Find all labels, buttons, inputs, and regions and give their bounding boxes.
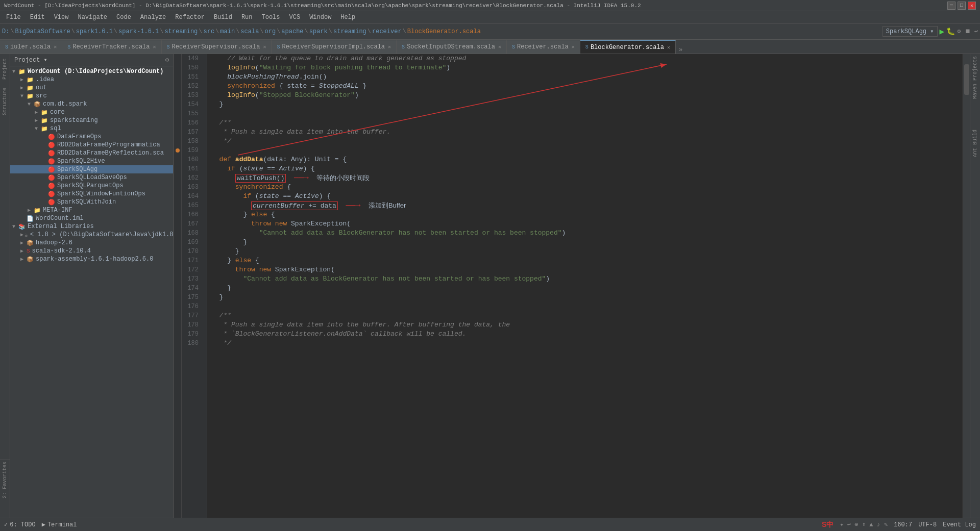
menu-run[interactable]: Run (237, 12, 257, 23)
structure-tool-button[interactable]: Structure (2, 86, 8, 117)
tree-item-sparksteaming[interactable]: ▶ 📁 sparksteaming (10, 116, 173, 124)
menu-code[interactable]: Code (112, 12, 135, 23)
close-tab-iuler[interactable]: ✕ (54, 44, 57, 50)
tree-label-r2r: RDD2DataFrameByReflection.sca (57, 149, 164, 157)
tab-overflow-button[interactable]: » (676, 46, 685, 54)
tree-item-sparksql2hive[interactable]: ▶ 🔴 SparkSQL2Hive (10, 157, 173, 165)
menu-help[interactable]: Help (336, 12, 359, 23)
linenum-180: 180 (182, 339, 203, 348)
maximize-button[interactable]: □ (958, 2, 966, 10)
project-tool-button[interactable]: Project (2, 56, 8, 82)
close-tab-sid[interactable]: ✕ (498, 44, 501, 50)
code-editor[interactable]: 149 150 151 152 153 154 155 156 157 158 … (174, 54, 963, 518)
tab-icon-iuler: S (5, 44, 8, 50)
breadcrumb-receiver[interactable]: receiver (372, 28, 402, 35)
breadcrumb-org[interactable]: org (265, 28, 276, 35)
tree-item-windowfun[interactable]: ▶ 🔴 SparkSQLWindowFuntionOps (10, 190, 173, 198)
sidebar-settings-icon[interactable]: ⚙ (165, 56, 169, 64)
tab-socketinputdstream[interactable]: S SocketInputDStream.scala ✕ (397, 40, 507, 54)
tree-item-withjoin[interactable]: ▶ 🔴 SparkSQLWithJoin (10, 198, 173, 206)
menu-vcs[interactable]: VCS (285, 12, 305, 23)
menu-tools[interactable]: Tools (258, 12, 284, 23)
tree-item-wordcountiml[interactable]: ▶ 📄 WordCount.iml (10, 214, 173, 222)
tab-receiversupervisorimpl[interactable]: S ReceiverSupervisorImpl.scala ✕ (272, 40, 397, 54)
close-tab-rt[interactable]: ✕ (153, 44, 156, 50)
tree-item-parquet[interactable]: ▶ 🔴 SparkSQLParquetOps (10, 182, 173, 190)
tree-item-out[interactable]: ▶ 📁 out (10, 84, 173, 92)
breadcrumb-main[interactable]: main (220, 28, 235, 35)
gutter-179 (174, 330, 181, 339)
todo-button[interactable]: ✓ 6: TODO (4, 521, 36, 528)
tree-item-hadoop[interactable]: ▶ 📦 hadoop-2.6 (10, 239, 173, 247)
tree-item-core[interactable]: ▶ 📁 core (10, 108, 173, 116)
breadcrumb-spark-161[interactable]: spark-1.6.1 (118, 28, 159, 35)
tree-item-rdd2refl[interactable]: ▶ 🔴 RDD2DataFrameByReflection.sca (10, 149, 173, 157)
code-line-161: if (state == Active) { (211, 164, 959, 173)
code-line-152: synchronized { state = StoppedALL } (211, 82, 959, 91)
tab-iuler[interactable]: S iuler.scala ✕ (0, 40, 62, 54)
tree-item-loadsave[interactable]: ▶ 🔴 SparkSQLLoadSaveOps (10, 173, 173, 182)
menu-build[interactable]: Build (210, 12, 236, 23)
tree-item-scala-sdk[interactable]: ▶ S scala-sdk-2.10.4 (10, 247, 173, 255)
run-button[interactable]: ▶ (940, 27, 945, 37)
minimize-button[interactable]: ─ (947, 2, 955, 10)
debug-button[interactable]: 🐛 (946, 27, 955, 36)
menu-view[interactable]: View (50, 12, 73, 23)
tab-receiver[interactable]: S Receiver.scala ✕ (507, 40, 580, 54)
breadcrumb-apache[interactable]: apache (281, 28, 303, 35)
breadcrumb-streaming[interactable]: streaming (164, 28, 198, 35)
breadcrumb-spark161[interactable]: spark1.6.1 (76, 28, 113, 35)
maven-button[interactable]: Maven Projects (972, 56, 978, 99)
breadcrumb-spark[interactable]: spark (309, 28, 328, 35)
close-tab-bg[interactable]: ✕ (667, 44, 670, 50)
gutter-177 (174, 311, 181, 320)
tree-item-spark-assembly[interactable]: ▶ 📦 spark-assembly-1.6.1-hadoop2.6.0 (10, 255, 173, 263)
run-config-label[interactable]: SparkSQLAgg ▾ (883, 26, 938, 37)
ant-build-button[interactable]: Ant Build (972, 130, 978, 157)
breadcrumb-src[interactable]: src (204, 28, 215, 35)
code-area[interactable]: 149 150 151 152 153 154 155 156 157 158 … (174, 54, 963, 518)
tree-item-src[interactable]: ▼ 📁 src (10, 92, 173, 100)
breakpoint-dot-159[interactable] (176, 148, 180, 153)
breadcrumb-scala[interactable]: scala (240, 28, 259, 35)
linenum-170: 170 (182, 247, 203, 256)
tree-item-comdtspark[interactable]: ▼ 📦 com.dt.spark (10, 100, 173, 108)
tab-receiversupervisor[interactable]: S ReceiverSupervisor.scala ✕ (162, 40, 272, 54)
tree-item-dataframeops[interactable]: ▶ 🔴 DataFrameOps (10, 133, 173, 141)
menu-navigate[interactable]: Navigate (74, 12, 111, 23)
tree-item-sparksqlagg[interactable]: ▶ 🔴 SparkSQLAgg (10, 165, 173, 173)
close-button[interactable]: ✕ (968, 2, 976, 10)
tree-item-idea[interactable]: ▶ 📁 .idea (10, 75, 173, 84)
code-170-text: } (211, 247, 239, 256)
scroll-thumb[interactable] (964, 64, 969, 95)
tab-receivertracker[interactable]: S ReceiverTracker.scala ✕ (62, 40, 161, 54)
close-tab-rsi[interactable]: ✕ (388, 44, 391, 50)
breadcrumb-blockgen[interactable]: BlockGenerator.scala (407, 28, 481, 35)
tree-item-rdd2prog[interactable]: ▶ 🔴 RDD2DataFrameByProgrammatica (10, 141, 173, 149)
menu-file[interactable]: File (2, 12, 25, 23)
event-log-button[interactable]: Event Log (943, 521, 976, 528)
tree-item-sql[interactable]: ▼ 📁 sql (10, 124, 173, 133)
close-tab-rs[interactable]: ✕ (263, 44, 266, 50)
breadcrumb-d[interactable]: D: (2, 28, 9, 35)
wait-to-push-box: waitToPush() (235, 174, 286, 183)
tree-item-extlibs[interactable]: ▼ 📚 External Libraries (10, 222, 173, 231)
menu-window[interactable]: Window (305, 12, 335, 23)
menu-edit[interactable]: Edit (26, 12, 49, 23)
tree-item-metainf[interactable]: ▶ 📁 META-INF (10, 206, 173, 214)
right-scrollbar[interactable] (963, 54, 970, 518)
menu-refactor[interactable]: Refactor (171, 12, 209, 23)
title-controls[interactable]: ─ □ ✕ (947, 2, 976, 10)
tab-blockgenerator[interactable]: S BlockGenerator.scala ✕ (580, 40, 676, 54)
menu-analyze[interactable]: Analyze (136, 12, 170, 23)
toolbar-extra-buttons[interactable]: ⚙ ⏹ ↩ (957, 28, 978, 35)
terminal-button[interactable]: ▶ Terminal (42, 521, 77, 528)
breadcrumb-streaming2[interactable]: streaming (333, 28, 366, 35)
tree-item-jdk18[interactable]: ▶ ☕ < 1.8 > (D:\BigDataSoftware\Java\jdk… (10, 231, 173, 239)
tree-item-wordcount[interactable]: ▼ 📁 WordCount (D:\IdeaProjects\WordCount… (10, 67, 173, 75)
close-tab-r[interactable]: ✕ (572, 44, 575, 50)
breadcrumb-bigdata[interactable]: BigDataSoftware (15, 28, 70, 35)
linenum-166: 166 (182, 210, 203, 219)
code-content[interactable]: // Wait for the queue to drain and mark … (207, 54, 963, 518)
gutter-155 (174, 109, 181, 118)
